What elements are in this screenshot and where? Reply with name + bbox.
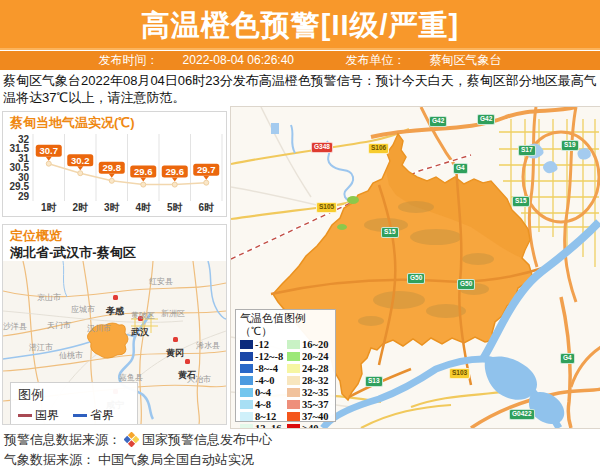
label-pointer bbox=[109, 174, 115, 178]
temp-legend-item: 37~40 bbox=[287, 411, 331, 423]
minimap-city-label: 汉川市 bbox=[87, 318, 111, 334]
minimap-legend-title: 图例 bbox=[18, 386, 130, 404]
x-axis-tick: 4时 bbox=[135, 202, 151, 213]
publish-info-bar: 发布时间：2022-08-04 06:26:40 发布单位：蔡甸区气象台 bbox=[0, 51, 600, 70]
label-pointer bbox=[46, 157, 52, 161]
location-title: 定位概览 bbox=[3, 225, 226, 243]
temp-legend-item: -12~-8 bbox=[240, 350, 287, 362]
x-axis-tick: 5时 bbox=[167, 202, 183, 213]
temperature-color-legend: 气温色值图例（℃） -12-12~-8-8~-4-4~00~44~88~1212… bbox=[235, 309, 336, 422]
temp-legend-item: 16~20 bbox=[287, 338, 331, 350]
data-source-weather: 气象数据来源： 中国气象局全国自动站实况 bbox=[4, 451, 254, 468]
minimap-city-label: 新洲区 bbox=[161, 303, 185, 319]
temp-color-swatch bbox=[240, 364, 253, 373]
temp-legend-item: 8~12 bbox=[240, 411, 287, 423]
temp-legend-item: 28~32 bbox=[287, 374, 331, 386]
temperature-line-chart: 3231.53130.53029.5291时2时3时4时5时6时30.730.2… bbox=[3, 131, 226, 215]
temp-legend-item: 4~8 bbox=[240, 398, 287, 410]
temp-color-swatch bbox=[287, 364, 300, 373]
temp-color-swatch bbox=[240, 352, 253, 361]
temp-range-label: 12~16 bbox=[255, 423, 281, 429]
temp-color-swatch bbox=[287, 376, 300, 385]
temp-color-swatch bbox=[240, 400, 253, 409]
data-source-warning: 预警信息数据来源： 国家预警信息发布中心 bbox=[4, 431, 272, 448]
temp-legend-item: 0~4 bbox=[240, 386, 287, 398]
temp-color-swatch bbox=[240, 424, 253, 429]
road-shield: G42 bbox=[477, 114, 495, 125]
city-marker-icon bbox=[185, 359, 190, 364]
region-map[interactable]: G42G42G4S17S19S15S106G348S105S15G50G50S1… bbox=[230, 106, 600, 429]
temp-range-label: 4~8 bbox=[255, 399, 271, 410]
temp-color-swatch bbox=[240, 388, 253, 397]
temp-range-label: 24~28 bbox=[302, 363, 328, 374]
minimap-city-label: 天门市 bbox=[47, 315, 71, 331]
minimap-city-label: 沙洋县 bbox=[3, 316, 27, 332]
road-shield: S15 bbox=[512, 196, 530, 207]
road-shield: S105 bbox=[316, 202, 337, 213]
temp-range-label: -12 bbox=[255, 339, 269, 350]
temp-color-swatch bbox=[240, 340, 253, 349]
temp-color-swatch bbox=[240, 376, 253, 385]
temp-legend-item: >40 bbox=[287, 423, 331, 429]
minimap-city-label: 京山市 bbox=[37, 287, 61, 303]
source-label: 预警信息数据来源： bbox=[4, 431, 121, 449]
city-marker-icon bbox=[173, 337, 178, 342]
overview-minimap[interactable]: 孝感武汉黄冈黄石咸宁红安县京山市应城市天门市汉川市黄陂区新洲区浠水县沙洋县潜江市… bbox=[3, 261, 226, 424]
temp-color-swatch bbox=[287, 388, 300, 397]
temp-range-label: -8~-4 bbox=[255, 363, 278, 374]
temp-legend-item: -8~-4 bbox=[240, 362, 287, 374]
temp-color-swatch bbox=[287, 352, 300, 361]
minimap-city-label: 红安县 bbox=[149, 271, 173, 287]
data-point bbox=[78, 171, 83, 176]
temperature-chart-panel: 蔡甸当地气温实况(℃) 3231.53130.53029.5291时2时3时4时… bbox=[2, 111, 227, 217]
data-label-value: 29.7 bbox=[197, 164, 216, 175]
data-label-value: 29.6 bbox=[134, 166, 153, 177]
minimap-city-label: 浠水县 bbox=[196, 335, 220, 351]
road-shield: S19 bbox=[561, 140, 579, 151]
temp-range-label: 8~12 bbox=[255, 411, 276, 422]
temp-legend-title: 气温色值图例（℃） bbox=[240, 312, 331, 338]
temp-range-label: 0~4 bbox=[255, 387, 271, 398]
temp-color-swatch bbox=[287, 340, 300, 349]
label-pointer bbox=[77, 166, 83, 170]
city-marker-icon bbox=[113, 295, 118, 300]
road-shield: S106 bbox=[368, 143, 389, 154]
warning-text: 蔡甸区气象台2022年08月04日06时23分发布高温橙色预警信号：预计今天白天… bbox=[3, 72, 597, 106]
chart-title: 蔡甸当地气温实况(℃) bbox=[3, 112, 226, 130]
x-axis-tick: 3时 bbox=[104, 202, 120, 213]
temp-range-label: 37~40 bbox=[302, 411, 328, 422]
temp-legend-item: 12~16 bbox=[240, 423, 287, 429]
data-point bbox=[204, 180, 209, 185]
x-axis-tick: 1时 bbox=[41, 202, 57, 213]
road-shield: S13 bbox=[365, 376, 383, 387]
data-point bbox=[172, 182, 177, 187]
road-shield: G50 bbox=[457, 279, 475, 290]
road-shield: G4 bbox=[453, 163, 468, 174]
minimap-legend: 图例 国界省界 bbox=[10, 382, 138, 424]
source-name: 国家预警信息发布中心 bbox=[142, 431, 272, 449]
temp-range-label: 20~24 bbox=[302, 351, 328, 362]
temp-range-label: 35~37 bbox=[302, 399, 328, 410]
data-label-value: 30.2 bbox=[71, 155, 90, 166]
temp-legend-item: 20~24 bbox=[287, 350, 331, 362]
minimap-city-label: 黄冈 bbox=[166, 337, 184, 360]
temp-range-label: >40 bbox=[302, 423, 318, 429]
temp-legend-item: 24~28 bbox=[287, 362, 331, 374]
temp-range-label: 28~32 bbox=[302, 375, 328, 386]
temp-color-swatch bbox=[287, 412, 300, 421]
road-shield: G0422 bbox=[509, 409, 535, 420]
minimap-city-label: 仙桃市 bbox=[59, 345, 83, 361]
location-panel: 定位概览 湖北省-武汉市-蔡甸区 bbox=[2, 224, 227, 425]
road-shield: G50 bbox=[407, 273, 425, 284]
temp-legend-item: 35~37 bbox=[287, 398, 331, 410]
temp-range-label: -12~-8 bbox=[255, 351, 283, 362]
minimap-city-label: 嘉鱼县 bbox=[119, 367, 143, 383]
temp-legend-item: -4~0 bbox=[240, 374, 287, 386]
label-pointer bbox=[172, 178, 178, 182]
road-shield: G348 bbox=[311, 142, 333, 153]
page-title: 高温橙色预警[II级/严重] bbox=[0, 0, 600, 50]
road-shield: S15 bbox=[381, 227, 399, 238]
publish-unit: 发布单位：蔡甸区气象台 bbox=[333, 53, 513, 67]
y-axis-tick: 29 bbox=[18, 191, 30, 202]
location-region: 湖北省-武汉市-蔡甸区 bbox=[3, 243, 226, 260]
